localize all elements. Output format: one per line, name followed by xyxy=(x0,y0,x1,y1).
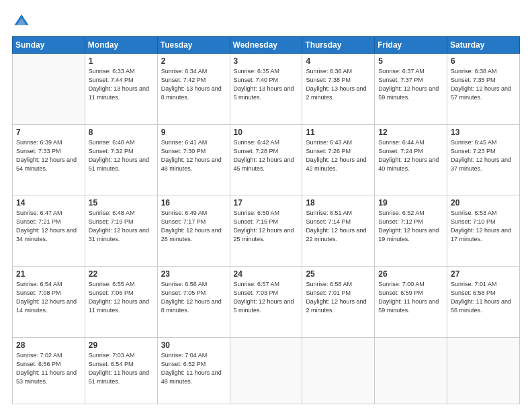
day-number: 19 xyxy=(378,198,443,208)
calendar-cell: 24Sunrise: 6:57 AMSunset: 7:03 PMDayligh… xyxy=(230,266,302,337)
day-info: Sunrise: 6:49 AMSunset: 7:17 PMDaylight:… xyxy=(161,209,226,244)
day-info: Sunrise: 6:52 AMSunset: 7:12 PMDaylight:… xyxy=(378,209,443,244)
day-number: 24 xyxy=(234,269,299,279)
day-number: 25 xyxy=(306,269,371,279)
weekday-header-saturday: Saturday xyxy=(447,37,520,54)
day-number: 26 xyxy=(378,269,443,279)
calendar: SundayMondayTuesdayWednesdayThursdayFrid… xyxy=(12,36,520,404)
day-info: Sunrise: 6:40 AMSunset: 7:32 PMDaylight:… xyxy=(89,138,154,173)
day-info: Sunrise: 6:37 AMSunset: 7:37 PMDaylight:… xyxy=(378,67,443,102)
day-info: Sunrise: 6:51 AMSunset: 7:14 PMDaylight:… xyxy=(306,209,371,244)
calendar-cell: 15Sunrise: 6:48 AMSunset: 7:19 PMDayligh… xyxy=(85,195,157,267)
weekday-header-row: SundayMondayTuesdayWednesdayThursdayFrid… xyxy=(13,37,520,54)
day-info: Sunrise: 6:34 AMSunset: 7:42 PMDaylight:… xyxy=(161,67,226,102)
day-info: Sunrise: 6:56 AMSunset: 7:05 PMDaylight:… xyxy=(161,280,226,315)
day-info: Sunrise: 6:54 AMSunset: 7:08 PMDaylight:… xyxy=(16,280,81,315)
calendar-cell: 29Sunrise: 7:03 AMSunset: 6:54 PMDayligh… xyxy=(85,337,157,404)
calendar-cell: 1Sunrise: 6:33 AMSunset: 7:44 PMDaylight… xyxy=(85,54,157,125)
day-info: Sunrise: 6:38 AMSunset: 7:35 PMDaylight:… xyxy=(451,67,516,102)
day-number: 22 xyxy=(89,269,154,279)
calendar-cell: 28Sunrise: 7:02 AMSunset: 6:56 PMDayligh… xyxy=(13,337,85,404)
logo-icon xyxy=(12,12,31,31)
day-info: Sunrise: 6:45 AMSunset: 7:23 PMDaylight:… xyxy=(451,138,516,173)
weekday-header-sunday: Sunday xyxy=(13,37,85,54)
calendar-cell: 3Sunrise: 6:35 AMSunset: 7:40 PMDaylight… xyxy=(230,54,302,125)
weekday-header-monday: Monday xyxy=(85,37,157,54)
day-number: 16 xyxy=(161,198,226,208)
calendar-cell xyxy=(302,337,375,404)
day-number: 3 xyxy=(234,56,299,66)
day-info: Sunrise: 6:42 AMSunset: 7:28 PMDaylight:… xyxy=(234,138,299,173)
day-info: Sunrise: 7:03 AMSunset: 6:54 PMDaylight:… xyxy=(89,351,154,386)
day-number: 21 xyxy=(16,269,81,279)
day-number: 1 xyxy=(89,56,154,66)
calendar-cell: 4Sunrise: 6:36 AMSunset: 7:38 PMDaylight… xyxy=(302,54,375,125)
calendar-cell xyxy=(375,337,447,404)
logo xyxy=(12,12,34,31)
day-info: Sunrise: 6:47 AMSunset: 7:21 PMDaylight:… xyxy=(16,209,81,244)
calendar-cell: 5Sunrise: 6:37 AMSunset: 7:37 PMDaylight… xyxy=(375,54,447,125)
day-number: 18 xyxy=(306,198,371,208)
day-info: Sunrise: 7:04 AMSunset: 6:52 PMDaylight:… xyxy=(161,351,226,386)
calendar-cell: 8Sunrise: 6:40 AMSunset: 7:32 PMDaylight… xyxy=(85,124,157,195)
calendar-cell: 12Sunrise: 6:44 AMSunset: 7:24 PMDayligh… xyxy=(375,124,447,195)
week-row-2: 7Sunrise: 6:39 AMSunset: 7:33 PMDaylight… xyxy=(13,124,520,195)
day-number: 27 xyxy=(451,269,516,279)
day-info: Sunrise: 6:43 AMSunset: 7:26 PMDaylight:… xyxy=(306,138,371,173)
day-info: Sunrise: 6:41 AMSunset: 7:30 PMDaylight:… xyxy=(161,138,226,173)
calendar-cell: 18Sunrise: 6:51 AMSunset: 7:14 PMDayligh… xyxy=(302,195,375,267)
calendar-cell: 30Sunrise: 7:04 AMSunset: 6:52 PMDayligh… xyxy=(157,337,230,404)
calendar-cell: 2Sunrise: 6:34 AMSunset: 7:42 PMDaylight… xyxy=(157,54,230,125)
calendar-cell xyxy=(13,54,85,125)
weekday-header-thursday: Thursday xyxy=(302,37,375,54)
week-row-5: 28Sunrise: 7:02 AMSunset: 6:56 PMDayligh… xyxy=(13,337,520,404)
calendar-cell: 20Sunrise: 6:53 AMSunset: 7:10 PMDayligh… xyxy=(447,195,520,267)
day-number: 10 xyxy=(234,128,299,137)
day-number: 14 xyxy=(16,198,81,208)
week-row-1: 1Sunrise: 6:33 AMSunset: 7:44 PMDaylight… xyxy=(13,54,520,125)
day-number: 30 xyxy=(161,340,226,350)
day-number: 11 xyxy=(306,128,371,137)
day-info: Sunrise: 6:50 AMSunset: 7:15 PMDaylight:… xyxy=(234,209,299,244)
calendar-cell: 7Sunrise: 6:39 AMSunset: 7:33 PMDaylight… xyxy=(13,124,85,195)
day-number: 2 xyxy=(161,56,226,66)
calendar-cell: 21Sunrise: 6:54 AMSunset: 7:08 PMDayligh… xyxy=(13,266,85,337)
day-number: 23 xyxy=(161,269,226,279)
calendar-cell: 16Sunrise: 6:49 AMSunset: 7:17 PMDayligh… xyxy=(157,195,230,267)
calendar-cell: 25Sunrise: 6:58 AMSunset: 7:01 PMDayligh… xyxy=(302,266,375,337)
day-info: Sunrise: 6:33 AMSunset: 7:44 PMDaylight:… xyxy=(89,67,154,102)
calendar-cell: 17Sunrise: 6:50 AMSunset: 7:15 PMDayligh… xyxy=(230,195,302,267)
calendar-cell xyxy=(230,337,302,404)
day-number: 15 xyxy=(89,198,154,208)
week-row-4: 21Sunrise: 6:54 AMSunset: 7:08 PMDayligh… xyxy=(13,266,520,337)
day-info: Sunrise: 6:53 AMSunset: 7:10 PMDaylight:… xyxy=(451,209,516,244)
calendar-cell: 26Sunrise: 7:00 AMSunset: 6:59 PMDayligh… xyxy=(375,266,447,337)
day-info: Sunrise: 6:57 AMSunset: 7:03 PMDaylight:… xyxy=(234,280,299,315)
day-info: Sunrise: 7:02 AMSunset: 6:56 PMDaylight:… xyxy=(16,351,81,386)
day-info: Sunrise: 6:44 AMSunset: 7:24 PMDaylight:… xyxy=(378,138,443,173)
header xyxy=(12,12,520,31)
calendar-cell: 10Sunrise: 6:42 AMSunset: 7:28 PMDayligh… xyxy=(230,124,302,195)
day-number: 17 xyxy=(234,198,299,208)
day-info: Sunrise: 6:58 AMSunset: 7:01 PMDaylight:… xyxy=(306,280,371,315)
day-info: Sunrise: 6:48 AMSunset: 7:19 PMDaylight:… xyxy=(89,209,154,244)
day-number: 28 xyxy=(16,340,81,350)
calendar-cell: 13Sunrise: 6:45 AMSunset: 7:23 PMDayligh… xyxy=(447,124,520,195)
day-number: 8 xyxy=(89,128,154,137)
day-number: 7 xyxy=(16,128,81,137)
calendar-cell: 11Sunrise: 6:43 AMSunset: 7:26 PMDayligh… xyxy=(302,124,375,195)
calendar-cell: 22Sunrise: 6:55 AMSunset: 7:06 PMDayligh… xyxy=(85,266,157,337)
day-number: 5 xyxy=(378,56,443,66)
day-info: Sunrise: 6:55 AMSunset: 7:06 PMDaylight:… xyxy=(89,280,154,315)
day-number: 9 xyxy=(161,128,226,137)
day-info: Sunrise: 6:39 AMSunset: 7:33 PMDaylight:… xyxy=(16,138,81,173)
day-number: 12 xyxy=(378,128,443,137)
calendar-cell: 19Sunrise: 6:52 AMSunset: 7:12 PMDayligh… xyxy=(375,195,447,267)
day-info: Sunrise: 6:35 AMSunset: 7:40 PMDaylight:… xyxy=(234,67,299,102)
page: SundayMondayTuesdayWednesdayThursdayFrid… xyxy=(0,0,532,411)
day-number: 29 xyxy=(89,340,154,350)
week-row-3: 14Sunrise: 6:47 AMSunset: 7:21 PMDayligh… xyxy=(13,195,520,267)
day-number: 13 xyxy=(451,128,516,137)
calendar-cell: 14Sunrise: 6:47 AMSunset: 7:21 PMDayligh… xyxy=(13,195,85,267)
weekday-header-tuesday: Tuesday xyxy=(157,37,230,54)
